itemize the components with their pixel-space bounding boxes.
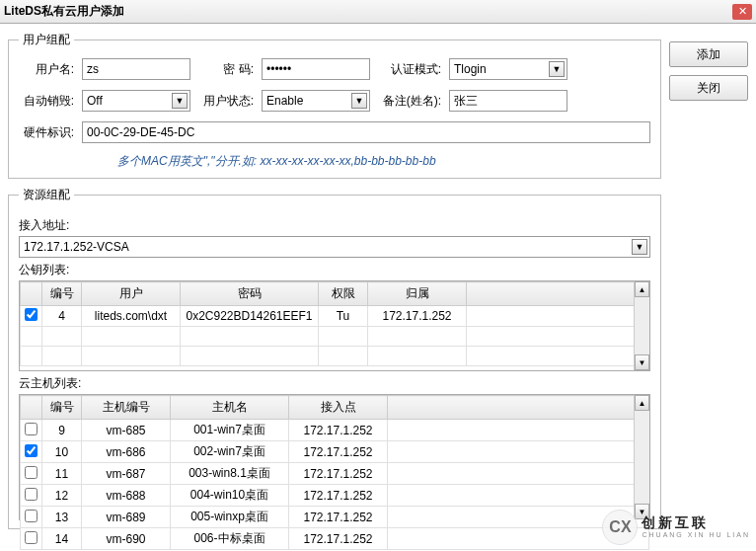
scroll-up-icon[interactable]: ▲ — [635, 281, 649, 297]
row-checkbox[interactable] — [25, 444, 38, 457]
hwid-input[interactable] — [82, 121, 650, 143]
pubkey-scrollbar[interactable]: ▲ ▼ — [634, 281, 649, 370]
watermark-cn: 创新互联 — [642, 515, 750, 530]
hwid-label: 硬件标识: — [19, 124, 74, 141]
user-group-legend: 用户组配 — [19, 32, 74, 48]
pubkey-label: 公钥列表: — [19, 262, 650, 278]
username-input[interactable] — [82, 58, 190, 80]
table-row[interactable]: 14vm-690006-中标桌面172.17.1.252 — [21, 528, 649, 550]
vm-scrollbar[interactable]: ▲ ▼ — [634, 395, 649, 519]
add-button[interactable]: 添加 — [669, 41, 748, 67]
vm-label: 云主机列表: — [19, 375, 650, 392]
userstatus-select[interactable]: Enable ▼ — [262, 90, 370, 112]
authmode-label: 认证模式: — [378, 61, 441, 78]
pubkey-table: 编号 用户 密码 权限 归属 4liteds.com\dxt0x2C922BD1… — [20, 281, 649, 366]
access-label: 接入地址: — [19, 217, 650, 234]
chevron-down-icon: ▼ — [632, 239, 647, 255]
chevron-down-icon: ▼ — [172, 93, 188, 109]
authmode-select[interactable]: Tlogin ▼ — [449, 58, 567, 80]
table-row[interactable] — [21, 347, 649, 366]
autodestroy-select[interactable]: Off ▼ — [82, 90, 190, 112]
mac-hint: 多个MAC用英文","分开.如: xx-xx-xx-xx-xx-xx,bb-bb… — [19, 153, 650, 170]
access-select[interactable]: 172.17.1.252-VCSA ▼ — [19, 236, 650, 258]
close-button[interactable]: 关闭 — [669, 75, 748, 101]
table-row[interactable]: 12vm-688004-win10桌面172.17.1.252 — [21, 485, 649, 507]
table-row[interactable]: 9vm-685001-win7桌面172.17.1.252 — [21, 420, 649, 441]
row-checkbox[interactable] — [25, 308, 38, 321]
window-title: LiteDS私有云用户添加 — [4, 3, 732, 20]
table-row[interactable]: 11vm-687003-win8.1桌面172.17.1.252 — [21, 463, 649, 485]
remark-label: 备注(姓名): — [378, 93, 441, 110]
row-checkbox[interactable] — [25, 531, 38, 544]
password-label: 密 码: — [198, 61, 254, 78]
username-label: 用户名: — [19, 61, 74, 78]
vm-table: 编号 主机编号 主机名 接入点 9vm-685001-win7桌面172.17.… — [20, 395, 649, 550]
table-row[interactable]: 10vm-686002-win7桌面172.17.1.252 — [21, 441, 649, 463]
resource-group-fieldset: 资源组配 接入地址: 172.17.1.252-VCSA ▼ 公钥列表: 编号 … — [8, 187, 661, 529]
watermark: CX 创新互联 CHUANG XIN HU LIAN — [602, 510, 750, 545]
row-checkbox[interactable] — [25, 423, 38, 435]
close-icon[interactable]: ✕ — [732, 4, 752, 20]
user-group-fieldset: 用户组配 用户名: 密 码: 认证模式: Tlogin ▼ 自动销毁: Off … — [8, 32, 661, 179]
scroll-down-icon[interactable]: ▼ — [635, 354, 649, 370]
scroll-up-icon[interactable]: ▲ — [635, 395, 649, 411]
pubkey-table-wrap: 编号 用户 密码 权限 归属 4liteds.com\dxt0x2C922BD1… — [19, 280, 650, 371]
logo-icon: CX — [602, 510, 638, 545]
watermark-en: CHUANG XIN HU LIAN — [642, 531, 750, 539]
userstatus-label: 用户状态: — [198, 93, 254, 110]
table-row[interactable]: 13vm-689005-winxp桌面172.17.1.252 — [21, 507, 649, 528]
remark-input[interactable] — [449, 90, 567, 112]
vm-table-wrap: 编号 主机编号 主机名 接入点 9vm-685001-win7桌面172.17.… — [19, 394, 650, 520]
row-checkbox[interactable] — [25, 488, 38, 501]
row-checkbox[interactable] — [25, 510, 38, 522]
row-checkbox[interactable] — [25, 466, 38, 479]
resource-group-legend: 资源组配 — [19, 187, 74, 203]
password-input[interactable] — [262, 58, 370, 80]
chevron-down-icon: ▼ — [549, 61, 565, 77]
chevron-down-icon: ▼ — [351, 93, 367, 109]
table-row[interactable]: 4liteds.com\dxt0x2C922BD14261EEF1Tu172.1… — [21, 306, 649, 327]
table-row[interactable] — [21, 327, 649, 347]
autodestroy-label: 自动销毁: — [19, 93, 74, 110]
titlebar: LiteDS私有云用户添加 ✕ — [0, 0, 756, 24]
